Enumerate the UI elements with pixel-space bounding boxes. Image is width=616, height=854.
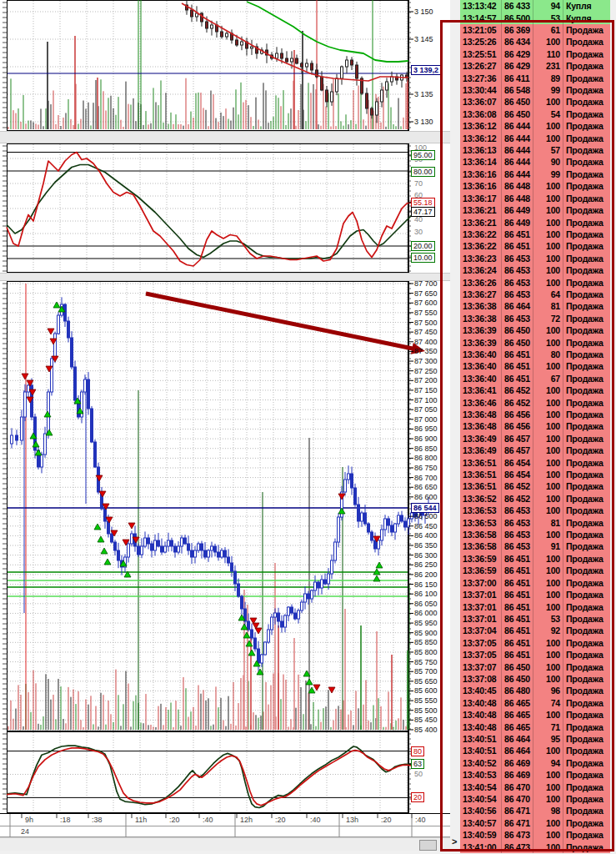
tape-row[interactable]: 13:36:3986 450100Продажа xyxy=(460,336,610,348)
tape-row[interactable]: 13:36:2186 449100Продажа xyxy=(460,204,610,216)
tape-row[interactable]: 13:37:0586 451100Продажа xyxy=(460,637,610,649)
tape-row[interactable]: 13:36:0786 450100Продажа xyxy=(460,96,610,108)
tape-row[interactable]: 13:36:5886 453100Продажа xyxy=(460,529,610,540)
tape-cell-side: Продажа xyxy=(563,757,610,769)
tape-row[interactable]: 13:36:5186 454100Продажа xyxy=(460,469,610,480)
tape-scroll-right-icon[interactable]: > xyxy=(452,836,457,846)
main-price-axis-label: 85 600 xyxy=(414,686,438,695)
tape-row[interactable]: 13:37:0186 451100Продажа xyxy=(460,600,610,612)
tape-row[interactable]: 13:30:4486 54899Продажа xyxy=(460,84,610,96)
tape-row[interactable]: 13:40:5386 469100Продажа xyxy=(460,769,610,781)
scrollbar-thumb[interactable] xyxy=(419,840,437,851)
tape-row[interactable]: 13:36:1286 444100Продажа xyxy=(460,132,610,143)
main-price-axis-label: 85 450 xyxy=(414,716,438,724)
tape-cell-side: Продажа xyxy=(563,600,610,612)
oscillator-panel[interactable]: 50806320 xyxy=(0,731,450,813)
tape-row[interactable]: 13:36:2286 451100Продажа xyxy=(460,229,610,240)
panel-splitter-2[interactable] xyxy=(0,273,450,281)
tape-row[interactable]: 13:21:0586 36961Продажа xyxy=(460,24,610,36)
tape-row[interactable]: 13:36:4086 45180Продажа xyxy=(460,349,610,360)
tape-row[interactable]: 13:36:1286 444100Продажа xyxy=(460,120,610,132)
buy-marker-icon xyxy=(248,650,255,656)
tape-row[interactable]: 13:40:5186 464100Продажа xyxy=(460,745,610,756)
tape-row[interactable]: 13:36:5986 451100Продажа xyxy=(460,565,610,576)
tape-row[interactable]: 13:25:5186 429110Продажа xyxy=(460,48,610,60)
tape-row[interactable]: 13:40:5786 471100Продажа xyxy=(460,817,610,829)
tape-cell-time: 13:40:51 xyxy=(460,745,502,756)
tape-row[interactable]: 13:40:5486 470100Продажа xyxy=(460,781,610,792)
tape-row[interactable]: 13:40:5686 47198Продажа xyxy=(460,805,610,816)
tape-row[interactable]: 13:36:2786 45364Продажа xyxy=(460,289,610,300)
tape-row[interactable]: 13:40:5486 470100Продажа xyxy=(460,793,610,805)
tape-cell-time: 13:36:22 xyxy=(460,240,502,252)
tape-row[interactable]: 13:36:5186 452100Продажа xyxy=(460,480,610,492)
tape-row[interactable]: 13:36:1686 448100Продажа xyxy=(460,180,610,192)
tape-row[interactable]: 13:36:2286 451100Продажа xyxy=(460,240,610,252)
main-chart-plot[interactable] xyxy=(0,281,450,731)
tape-row[interactable]: 13:37:0186 451100Продажа xyxy=(460,589,610,600)
tape-row[interactable]: 13:36:3886 46481Продажа xyxy=(460,300,610,312)
tape-row[interactable]: 13:36:1786 448100Продажа xyxy=(460,193,610,204)
tape-row[interactable]: 13:36:4186 452100Продажа xyxy=(460,384,610,396)
tape-row[interactable]: 13:36:0886 45054Продажа xyxy=(460,108,610,120)
tape-cell-price: 86 451 xyxy=(502,649,533,661)
tape-row[interactable]: 13:36:2486 453100Продажа xyxy=(460,264,610,276)
tape-row[interactable]: 13:36:3986 450100Продажа xyxy=(460,324,610,336)
tape-row[interactable]: 13:36:4086 45167Продажа xyxy=(460,373,610,384)
panel-splitter-1[interactable] xyxy=(0,131,450,143)
tape-row[interactable]: 13:36:5186 454100Продажа xyxy=(460,456,610,468)
tape-row[interactable]: 13:37:0186 45153Продажа xyxy=(460,613,610,625)
tape-row[interactable]: 13:36:2686 453100Продажа xyxy=(460,276,610,288)
tape-row[interactable]: 13:36:5386 45381Продажа xyxy=(460,516,610,528)
tape-row[interactable]: 13:37:0086 451100Продажа xyxy=(460,577,610,589)
tape-row[interactable]: 13:40:4586 48096Продажа xyxy=(460,685,610,696)
chart-horizontal-scrollbar[interactable] xyxy=(0,837,450,851)
tape-row[interactable]: 13:37:0786 450100Продажа xyxy=(460,661,610,672)
tape-row[interactable]: 13:37:0886 450100Продажа xyxy=(460,673,610,685)
main-price-axis-label: 86 100 xyxy=(414,590,438,598)
tape-cell-price: 86 453 xyxy=(502,264,533,276)
oscillator-plot[interactable] xyxy=(0,731,450,813)
tape-cell-vol: 100 xyxy=(533,264,563,276)
tape-row[interactable]: 13:40:4886 46571Продажа xyxy=(460,721,610,732)
tape-row[interactable]: 13:36:4086 451100Продажа xyxy=(460,360,610,372)
tape-row[interactable]: 13:36:5286 452100Продажа xyxy=(460,493,610,505)
top-price-plot[interactable] xyxy=(0,0,450,131)
tape-row[interactable]: 13:40:4886 465100Продажа xyxy=(460,709,610,721)
stochastic-plot[interactable] xyxy=(0,143,450,273)
tape-row[interactable]: 13:40:5186 46495Продажа xyxy=(460,733,610,745)
tape-row[interactable]: 13:14:5786 50053Купля xyxy=(460,12,610,23)
tape-row[interactable]: 13:40:5986 473100Продажа xyxy=(460,829,610,841)
stochastic-panel[interactable]: 100907060403095.0080.0055.1847.1720.0010… xyxy=(0,143,450,273)
sell-marker-icon xyxy=(128,523,135,529)
tape-row[interactable]: 13:36:1386 44457Продажа xyxy=(460,144,610,156)
tape-row[interactable]: 13:36:5386 453100Продажа xyxy=(460,505,610,516)
tape-row[interactable]: 13:36:4886 456100Продажа xyxy=(460,409,610,420)
tape-row[interactable]: 13:26:2786 429231Продажа xyxy=(460,60,610,72)
tape-row[interactable]: 13:36:5986 451100Продажа xyxy=(460,553,610,565)
tape-row[interactable]: 13:25:2686 434100Продажа xyxy=(460,36,610,48)
tape-row[interactable]: 13:36:4686 452100Продажа xyxy=(460,396,610,408)
price-axis-label: 3 135 xyxy=(414,90,433,98)
price-panel-top[interactable]: 3 1503 1453 1353 1303 139,2 xyxy=(0,0,450,131)
tape-row[interactable]: 13:36:2386 453100Продажа xyxy=(460,253,610,264)
tape-cell-vol: 100 xyxy=(533,709,563,721)
tape-row[interactable]: 13:36:4986 457100Продажа xyxy=(460,433,610,445)
tape-row[interactable]: 13:41:0086 473100Продажа xyxy=(460,841,610,852)
tape-row[interactable]: 13:36:1486 44490Продажа xyxy=(460,156,610,168)
tape-row[interactable]: 13:40:5286 46994Продажа xyxy=(460,757,610,769)
trade-tape[interactable]: 13:13:4286 43394Купля13:14:5786 50053Куп… xyxy=(460,0,610,854)
tape-row[interactable]: 13:37:0486 45192Продажа xyxy=(460,625,610,636)
main-chart-panel[interactable]: 87 70087 65087 60087 55087 50087 45087 4… xyxy=(0,281,450,731)
tape-row[interactable]: 13:36:5886 45391Продажа xyxy=(460,540,610,552)
tape-row[interactable]: 13:36:4886 456100Продажа xyxy=(460,420,610,432)
tape-row[interactable]: 13:13:4286 43394Купля xyxy=(460,0,610,12)
tape-cell-time: 13:25:51 xyxy=(460,48,502,60)
tape-row[interactable]: 13:27:3686 41189Продажа xyxy=(460,72,610,83)
tape-row[interactable]: 13:36:4986 457100Продажа xyxy=(460,445,610,456)
tape-row[interactable]: 13:40:4886 46574Продажа xyxy=(460,697,610,709)
tape-row[interactable]: 13:36:3886 45372Продажа xyxy=(460,313,610,324)
tape-row[interactable]: 13:37:0586 451100Продажа xyxy=(460,649,610,661)
tape-row[interactable]: 13:36:2186 449100Продажа xyxy=(460,216,610,228)
tape-row[interactable]: 13:36:1686 44499Продажа xyxy=(460,168,610,180)
